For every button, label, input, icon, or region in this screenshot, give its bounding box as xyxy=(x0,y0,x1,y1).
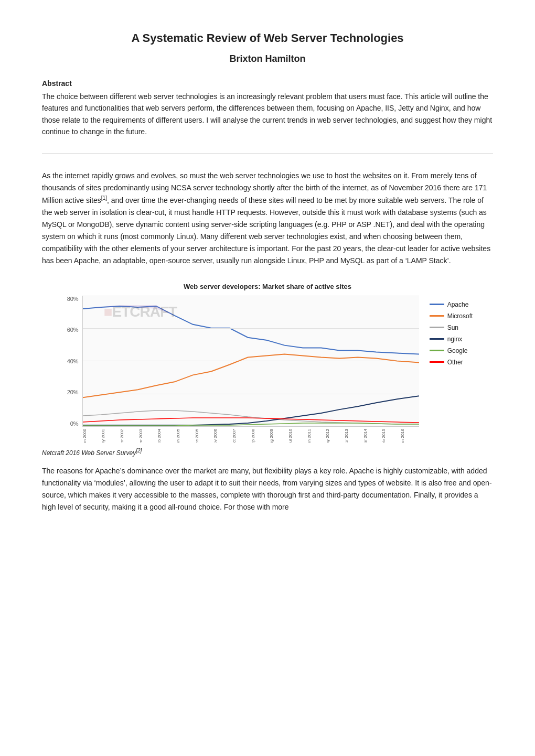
y-axis: 80% 60% 40% 20% 0% xyxy=(62,296,81,427)
y-label-20: 20% xyxy=(67,389,79,395)
x-label: Dec 2005 xyxy=(195,429,213,442)
chart-plot-area: 80% 60% 40% 20% 0% ■ETCRAFT xyxy=(62,296,419,442)
x-label: Jan 2016 xyxy=(400,429,419,442)
x-label: Mar 2014 xyxy=(363,429,382,442)
x-label: May 2012 xyxy=(325,429,344,442)
legend-other-line xyxy=(430,361,444,363)
body-paragraph-2: The reasons for Apache’s dominance over … xyxy=(42,465,493,513)
google-line xyxy=(83,423,419,426)
y-label-80: 80% xyxy=(67,296,79,302)
y-label-0: 0% xyxy=(70,420,79,427)
legend-other-label: Other xyxy=(447,359,463,366)
abstract-section: Abstract The choice between different we… xyxy=(42,79,493,138)
page-title: A Systematic Review of Web Server Techno… xyxy=(42,31,493,45)
legend-apache-line xyxy=(430,304,444,305)
legend-google: Google xyxy=(430,347,473,354)
nginx-line xyxy=(83,396,419,425)
x-label: Sep 2008 xyxy=(251,429,270,442)
sun-line xyxy=(83,411,419,424)
legend-nginx: nginx xyxy=(430,336,473,343)
chart-svg-container: ■ETCRAFT xyxy=(82,296,419,427)
x-label: Apr 2013 xyxy=(344,429,363,442)
x-label: Aug 2009 xyxy=(269,429,288,442)
chart-section: Web server developers: Market share of a… xyxy=(42,283,493,442)
section-divider xyxy=(42,154,493,154)
x-label: Mar 2003 xyxy=(138,429,157,442)
abstract-text: The choice between different web server … xyxy=(42,91,493,138)
legend-nginx-line xyxy=(430,338,444,340)
x-label: Feb 2015 xyxy=(381,429,400,442)
x-label: Jan 2005 xyxy=(176,429,195,442)
y-label-40: 40% xyxy=(67,358,79,364)
x-label: Jun 2000 xyxy=(82,429,101,442)
x-label: Apr 2002 xyxy=(120,429,138,442)
x-label: Jul 2010 xyxy=(288,429,307,442)
legend-microsoft-label: Microsoft xyxy=(447,312,473,320)
legend-microsoft: Microsoft xyxy=(430,312,473,320)
x-label: Oct 2007 xyxy=(232,429,251,442)
legend-microsoft-line xyxy=(430,315,444,317)
x-label: May 2001 xyxy=(101,429,120,442)
legend-apache-label: Apache xyxy=(447,301,469,308)
body-paragraph-1: As the internet rapidly grows and evolve… xyxy=(42,170,493,267)
legend-google-label: Google xyxy=(447,347,468,354)
author-name: Brixton Hamilton xyxy=(42,53,493,64)
legend-sun: Sun xyxy=(430,324,473,331)
chart-title: Web server developers: Market share of a… xyxy=(42,283,493,290)
legend-nginx-label: nginx xyxy=(447,336,463,343)
y-label-60: 60% xyxy=(67,327,79,333)
x-label: Jun 2011 xyxy=(307,429,326,442)
x-label: Feb 2004 xyxy=(157,429,176,442)
legend-apache: Apache xyxy=(430,301,473,308)
chart-container: 80% 60% 40% 20% 0% ■ETCRAFT xyxy=(42,296,493,442)
other-line xyxy=(83,418,419,423)
legend-google-line xyxy=(430,350,444,351)
legend-sun-label: Sun xyxy=(447,324,458,331)
legend-other: Other xyxy=(430,359,473,366)
x-axis: Jun 2000 May 2001 Apr 2002 Mar 2003 Feb … xyxy=(82,427,419,442)
abstract-heading: Abstract xyxy=(42,79,493,88)
netcraft-watermark: ■ETCRAFT xyxy=(104,304,177,320)
x-label: Nov 2006 xyxy=(213,429,232,442)
chart-legend: Apache Microsoft Sun nginx Google Other xyxy=(430,296,473,366)
legend-sun-line xyxy=(430,327,444,328)
chart-caption: Netcraft 2016 Web Server Survey[2] xyxy=(42,448,493,457)
